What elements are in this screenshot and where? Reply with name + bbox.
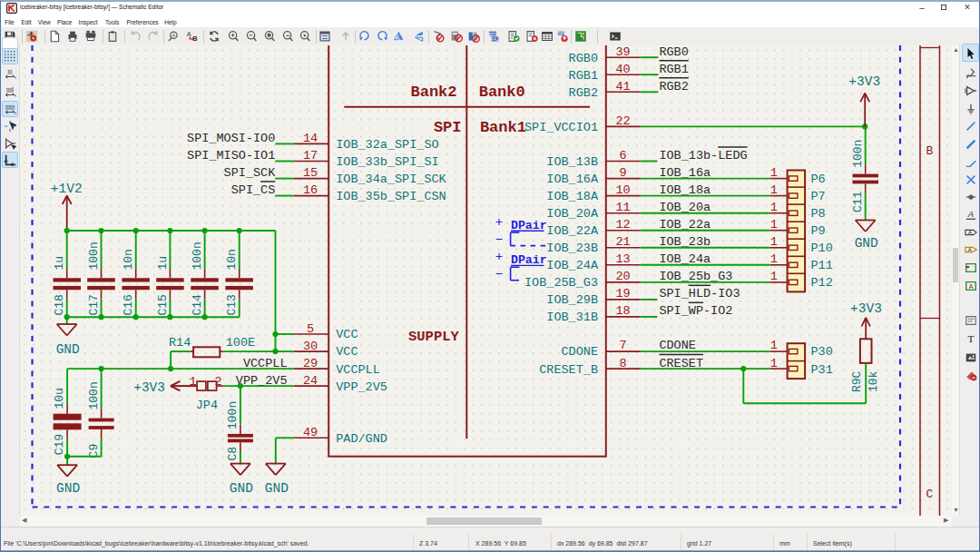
svg-text:R9C: R9C — [850, 370, 864, 392]
svg-text:CDONE: CDONE — [659, 339, 696, 352]
svg-text:2: 2 — [215, 375, 222, 389]
svg-text:A: A — [187, 30, 191, 38]
svg-text:C19: C19 — [53, 434, 66, 455]
svg-text:C18: C18 — [53, 294, 66, 315]
svg-text:−: − — [495, 232, 503, 247]
svg-text:SPI_HLD-IO3: SPI_HLD-IO3 — [659, 287, 740, 301]
svg-text:RGB1: RGB1 — [659, 63, 688, 76]
svg-text:24: 24 — [303, 374, 318, 388]
svg-text:SPI_WP-IO2: SPI_WP-IO2 — [659, 304, 732, 318]
svg-text:14: 14 — [303, 132, 318, 145]
svg-text:IOB_13b-LEDG: IOB_13b-LEDG — [659, 149, 747, 163]
svg-text:20: 20 — [615, 270, 630, 283]
svg-text:100n: 100n — [226, 401, 240, 429]
svg-text:B: B — [926, 144, 934, 158]
svg-text:SPI_VCCIO1: SPI_VCCIO1 — [524, 121, 598, 134]
svg-text:1: 1 — [770, 252, 778, 266]
svg-text:21: 21 — [615, 235, 630, 249]
svg-text:C13: C13 — [225, 294, 239, 315]
svg-text:IOB_34a_SPI_SCK: IOB_34a_SPI_SCK — [336, 172, 446, 186]
svg-text:6: 6 — [619, 149, 626, 163]
svg-text:−: − — [495, 267, 503, 281]
svg-text:SPI: SPI — [434, 119, 462, 136]
svg-text:SUPPLY: SUPPLY — [408, 329, 460, 345]
svg-text:5: 5 — [307, 322, 314, 336]
svg-text:IOB_16a: IOB_16a — [659, 166, 710, 180]
svg-text:+: + — [495, 215, 503, 230]
svg-text:IOB_25B_G3: IOB_25B_G3 — [524, 276, 598, 290]
svg-text:CRESET_B: CRESET_B — [539, 363, 598, 377]
svg-text:CDONE: CDONE — [561, 345, 598, 359]
svg-text:SPI_MISO-IO1: SPI_MISO-IO1 — [187, 149, 275, 163]
svg-text:+3V3: +3V3 — [850, 301, 882, 316]
svg-text:100n: 100n — [87, 381, 101, 409]
svg-text:P12: P12 — [811, 276, 833, 290]
svg-text:+1V2: +1V2 — [51, 182, 83, 196]
svg-text:IOB_13B: IOB_13B — [546, 155, 598, 169]
svg-text:C16: C16 — [122, 294, 135, 315]
svg-text:+3V3: +3V3 — [848, 74, 880, 89]
svg-text:16: 16 — [303, 183, 318, 197]
svg-text:IOB_18A: IOB_18A — [546, 190, 599, 203]
svg-text:P6: P6 — [811, 172, 826, 186]
svg-text:bom: bom — [557, 31, 565, 35]
svg-text:+3V3: +3V3 — [133, 380, 165, 395]
svg-text:P31: P31 — [811, 363, 833, 377]
svg-text:C17: C17 — [87, 294, 101, 315]
svg-text:R42: R42 — [491, 37, 500, 43]
svg-text:10n: 10n — [122, 249, 135, 270]
svg-text:in: in — [8, 67, 13, 74]
svg-text:IOB_35b_SPI_CSN: IOB_35b_SPI_CSN — [336, 190, 446, 203]
svg-text:GND: GND — [230, 481, 253, 496]
svg-text:1: 1 — [770, 201, 778, 214]
svg-text:100n: 100n — [87, 242, 101, 270]
svg-text:30: 30 — [303, 340, 318, 353]
svg-text:GND: GND — [56, 342, 80, 357]
svg-text:40: 40 — [615, 63, 630, 76]
svg-text:DPair: DPair — [511, 219, 547, 232]
svg-text:1u: 1u — [53, 256, 66, 271]
svg-text:mil: mil — [6, 85, 14, 92]
svg-text:A: A — [172, 33, 175, 38]
svg-text:IOB_24A: IOB_24A — [546, 259, 599, 272]
svg-text:17: 17 — [303, 149, 318, 163]
svg-text:VPP_2V5: VPP_2V5 — [236, 374, 288, 388]
svg-text:IOB_20a: IOB_20a — [659, 201, 710, 214]
svg-text:19: 19 — [615, 287, 630, 301]
svg-text:P8: P8 — [811, 207, 826, 221]
svg-text:R14: R14 — [169, 336, 191, 350]
svg-text:GND: GND — [56, 481, 80, 496]
svg-text:GND: GND — [265, 481, 289, 496]
svg-text:P10: P10 — [811, 242, 833, 255]
svg-text:49: 49 — [303, 426, 318, 439]
svg-text:100E: 100E — [226, 336, 255, 350]
svg-text:RGB2: RGB2 — [569, 86, 598, 100]
svg-text:IOB_16A: IOB_16A — [546, 172, 599, 186]
svg-text:1: 1 — [770, 270, 778, 283]
svg-text:P9: P9 — [811, 224, 826, 238]
svg-text:39: 39 — [615, 45, 630, 59]
svg-text:RGB0: RGB0 — [569, 52, 598, 65]
svg-text:C11: C11 — [851, 191, 865, 212]
svg-text:9: 9 — [619, 166, 626, 180]
svg-text:IOB_23B: IOB_23B — [546, 242, 598, 255]
svg-text:PAD/GND: PAD/GND — [336, 432, 387, 446]
svg-text:22: 22 — [615, 114, 630, 128]
svg-text:IOB_20A: IOB_20A — [546, 207, 599, 221]
svg-text:Bank1: Bank1 — [480, 119, 526, 136]
svg-text:VCC: VCC — [336, 328, 358, 341]
svg-text:IOB_24a: IOB_24a — [659, 252, 710, 266]
svg-text:10: 10 — [615, 183, 630, 197]
svg-text:1: 1 — [770, 166, 778, 180]
svg-text:7: 7 — [619, 339, 626, 352]
svg-text:29: 29 — [303, 357, 318, 370]
svg-text:IOB_22A: IOB_22A — [546, 224, 599, 238]
svg-text:C8: C8 — [226, 447, 240, 461]
svg-text:SPI_CS: SPI_CS — [231, 183, 276, 197]
svg-text:1: 1 — [770, 235, 778, 249]
svg-text:1: 1 — [770, 183, 778, 197]
svg-text:A: A — [968, 283, 973, 290]
svg-text:15: 15 — [303, 166, 318, 180]
svg-text:+: + — [495, 250, 503, 264]
svg-text:1u: 1u — [156, 256, 170, 271]
